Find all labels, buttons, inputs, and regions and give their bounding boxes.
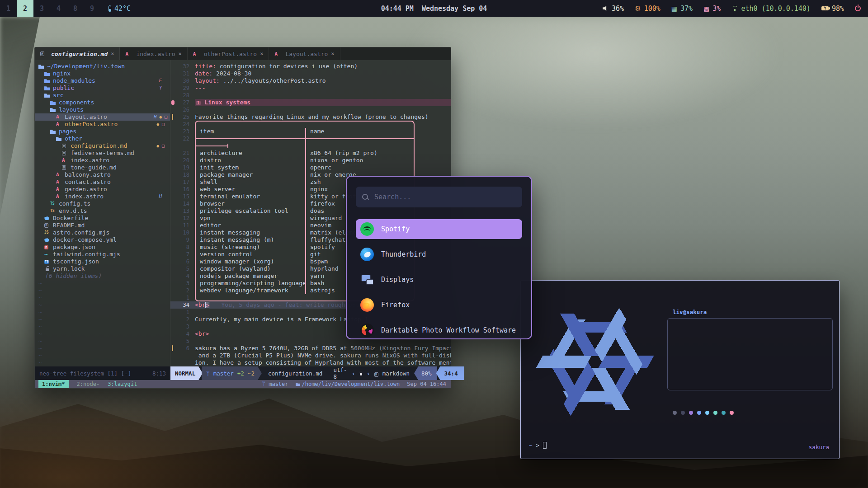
workspace-item[interactable]: 4 [50, 0, 67, 17]
tree-item[interactable]: pages [35, 128, 170, 135]
workspace-list: 1 2 3 4 8 9 [0, 0, 100, 17]
workspace-item[interactable]: 9 [84, 0, 100, 17]
line-number [176, 359, 189, 366]
git-changed: ~2 [248, 370, 255, 377]
tree-item[interactable]: src [35, 92, 170, 99]
tree-item[interactable]: env.d.ts [35, 207, 170, 215]
file-icon [44, 229, 52, 236]
folder-icon [296, 382, 300, 386]
tree-item[interactable]: fediverse-terms.md [35, 150, 170, 157]
shell-prompt[interactable]: ~ > [529, 442, 547, 449]
tree-root[interactable]: ~/Development/liv.town [35, 63, 170, 70]
line-number: 14 [176, 200, 189, 207]
table-cell-item: architecture [195, 150, 305, 157]
workspace-item[interactable]: 3 [33, 0, 50, 17]
tree-item[interactable]: tsconfig.json [35, 258, 170, 265]
tree-item[interactable]: node_modules E [35, 77, 170, 84]
tree-item-label: config.ts [58, 200, 90, 207]
tree-item[interactable]: contact.astro [35, 178, 170, 186]
close-icon[interactable]: × [179, 51, 182, 57]
workspace-item[interactable]: 1 [0, 0, 17, 17]
tree-item[interactable]: layouts [35, 106, 170, 113]
line-number: 20 [176, 157, 189, 164]
battery-module[interactable]: 98% [821, 5, 844, 13]
tmux-window[interactable]: 3:lazygit [108, 381, 137, 387]
tree-item[interactable]: tailwind.config.mjs [35, 251, 170, 258]
file-icon [56, 171, 64, 178]
gpu-icon: ▩ [703, 5, 709, 12]
table-align-line [170, 142, 451, 150]
workspace-item[interactable]: 8 [67, 0, 84, 17]
network-value: eth0 (10.0.0.140) [741, 5, 811, 13]
tree-item[interactable]: garden.astro [35, 186, 170, 193]
empty-line: ~ [35, 338, 170, 345]
tree-item[interactable]: docker-compose.yml [35, 236, 170, 244]
app-icon [360, 324, 374, 337]
tree-item[interactable]: config.ts [35, 200, 170, 207]
fetch-info-line: Uptime: 21 hours [672, 343, 828, 351]
line-number: 28 [176, 92, 189, 99]
launcher-search[interactable] [356, 187, 522, 207]
tree-item[interactable]: Dockerfile [35, 215, 170, 222]
branch-icon: ᛘ [262, 381, 265, 387]
launcher-item[interactable]: Darktable Photo Workflow Software [356, 320, 522, 339]
color-dot [689, 411, 693, 415]
search-icon [362, 194, 369, 201]
brightness-module[interactable]: ⚙ 100% [635, 5, 660, 13]
color-dot [722, 411, 726, 415]
color-dot [681, 411, 685, 415]
close-icon[interactable]: × [111, 51, 114, 57]
launcher-item[interactable]: Displays [356, 270, 522, 290]
tree-item[interactable]: index.astro [35, 157, 170, 164]
tree-item[interactable]: components [35, 99, 170, 106]
line-number: 3 [176, 280, 189, 287]
network-module[interactable]: eth0 (10.0.0.140) [731, 5, 811, 13]
tmux-right-status: ᛘ master /home/liv/Development/liv.town … [262, 381, 446, 387]
temperature-module[interactable]: 42°C [108, 5, 131, 13]
search-input[interactable] [374, 193, 516, 201]
launcher-item[interactable]: Firefox [356, 295, 522, 315]
tree-item[interactable]: public ? [35, 84, 170, 92]
cpu-module[interactable]: ▦ 37% [671, 5, 693, 13]
buffer-tab[interactable]: otherPost.astro × [188, 47, 269, 60]
tree-item[interactable]: tone-guide.md [35, 164, 170, 171]
app-icon [360, 248, 374, 261]
tree-item[interactable]: package.json [35, 244, 170, 251]
buffer-tab[interactable]: index.astro × [120, 47, 187, 60]
empty-line: ~ [35, 345, 170, 352]
git-marker: E [159, 77, 162, 84]
power-module[interactable] [855, 5, 861, 11]
tree-item[interactable]: configuration.md ● □ [35, 142, 170, 150]
tree-item[interactable]: astro.config.mjs [35, 229, 170, 236]
tmux-branch: ᛘ master [262, 381, 288, 387]
line-number: 4 [176, 330, 189, 338]
buffer-tab[interactable]: configuration.md × [35, 47, 120, 60]
tree-item[interactable]: yarn.lock [35, 265, 170, 272]
close-icon[interactable]: × [260, 51, 263, 57]
tree-item[interactable]: otherPost.astro ● □ [35, 121, 170, 128]
fetch-terminal-window: liv@sakura OS: NixOS 24.11.20240828.71e9… [520, 280, 840, 459]
file-icon [50, 128, 58, 135]
prompt-directory: ~ [529, 442, 533, 449]
launcher-item[interactable]: Spotify [356, 219, 522, 239]
volume-module[interactable]: 36% [603, 5, 624, 13]
tree-item[interactable]: nginx [35, 70, 170, 77]
table-align-indicator [195, 142, 415, 150]
tmux-window[interactable]: 2:node- [77, 381, 100, 387]
tree-item-label: env.d.ts [58, 207, 87, 215]
buffer-tab[interactable]: Layout.astro × [269, 47, 340, 60]
empty-line: ~ [35, 309, 170, 316]
tree-item[interactable]: balcony.astro [35, 171, 170, 178]
tree-item[interactable]: other [35, 135, 170, 142]
close-icon[interactable]: × [331, 51, 334, 57]
fetch-info-line: Packages: 1409 (nix-system), 2590 (nix-u… [672, 351, 828, 358]
launcher-item[interactable]: Thunderbird [356, 244, 522, 264]
tree-item[interactable]: README.md [35, 222, 170, 229]
tmux-window-active[interactable]: 1:nvim* [38, 380, 69, 388]
line-number: 13 [176, 207, 189, 215]
tree-item[interactable]: Layout.astro H ● □ [35, 113, 170, 121]
gpu-module[interactable]: ▩ 3% [703, 5, 721, 13]
workspace-item[interactable]: 2 [17, 0, 33, 17]
tree-item[interactable]: index.astro H [35, 193, 170, 200]
file-icon [44, 244, 52, 251]
